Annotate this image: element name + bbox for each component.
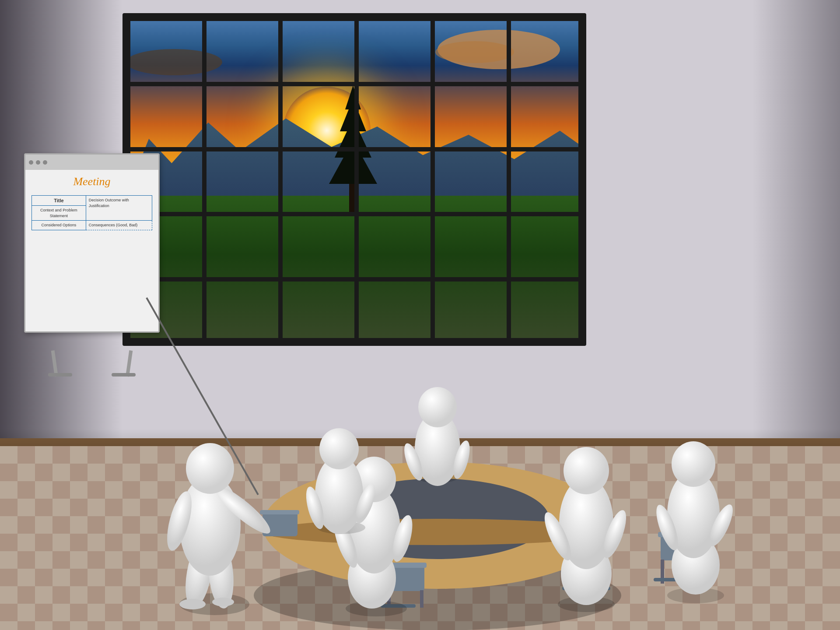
cell-title-label: Title bbox=[32, 196, 86, 206]
whiteboard: Meeting Title Decision Outcome with Just… bbox=[24, 153, 160, 333]
cell-considered: Considered Options bbox=[32, 221, 86, 230]
wb-dot-2 bbox=[36, 160, 40, 165]
cloud-right-2 bbox=[435, 41, 514, 63]
window-landscape bbox=[126, 196, 583, 342]
cell-context: Context and Problem Statement bbox=[32, 206, 86, 221]
window-interior bbox=[126, 17, 583, 342]
whiteboard-stand bbox=[48, 346, 136, 377]
room-background: Meeting Title Decision Outcome with Just… bbox=[0, 0, 840, 630]
cell-decision: Decision Outcome with Justification bbox=[86, 196, 152, 221]
floor bbox=[0, 446, 840, 630]
agenda-table: Title Decision Outcome with Justificatio… bbox=[32, 195, 152, 230]
wb-dot-3 bbox=[43, 160, 47, 165]
whiteboard-container: Meeting Title Decision Outcome with Just… bbox=[24, 153, 160, 350]
cloud-left bbox=[126, 49, 222, 75]
tree-trunk bbox=[349, 179, 357, 215]
meeting-title: Meeting bbox=[32, 175, 152, 188]
table-row-1: Title Decision Outcome with Justificatio… bbox=[32, 196, 152, 206]
stand-base-right bbox=[112, 373, 136, 377]
window-frame bbox=[122, 13, 586, 346]
whiteboard-header bbox=[25, 155, 158, 170]
whiteboard-content: Meeting Title Decision Outcome with Just… bbox=[25, 170, 158, 236]
tree-layer-4 bbox=[345, 85, 361, 109]
stand-base-left bbox=[48, 373, 72, 377]
cell-consequences: Consequences (Good, Bad) bbox=[86, 221, 152, 230]
table-row-3: Considered Options Consequences (Good, B… bbox=[32, 221, 152, 230]
wb-dot-1 bbox=[29, 160, 33, 165]
floor-tiles bbox=[0, 446, 840, 630]
